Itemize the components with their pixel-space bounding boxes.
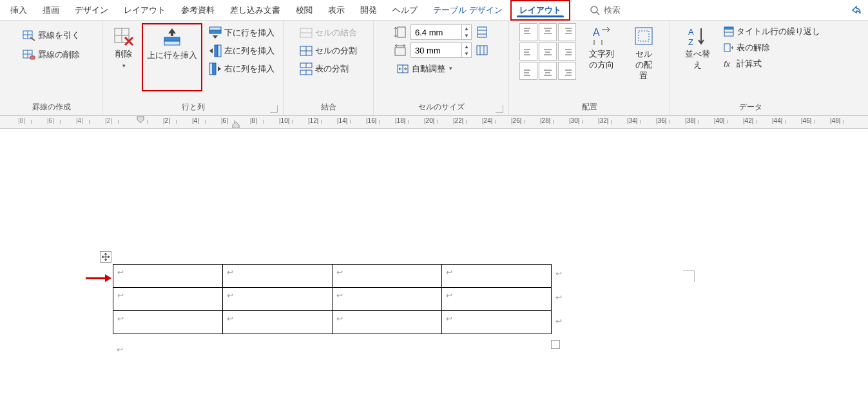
tab-draw[interactable]: 描画 <box>35 0 67 21</box>
cell-margins-label: セルの配置 <box>632 49 656 82</box>
svg-rect-34 <box>477 46 487 55</box>
align-top-right[interactable] <box>558 23 576 41</box>
col-width-spinner[interactable]: ▲▼ <box>410 42 472 58</box>
align-top-center[interactable] <box>539 23 557 41</box>
ruler-tick: |26| <box>511 117 521 124</box>
cell-margins-button[interactable]: セルの配置 <box>628 23 660 91</box>
distribute-cols-icon[interactable] <box>476 44 488 57</box>
document-table[interactable]: ↩↩↩↩ ↩↩↩↩ ↩↩↩↩ <box>113 264 552 334</box>
group-data-label: データ <box>739 102 762 113</box>
svg-text:Z: Z <box>688 37 693 46</box>
split-cells-button[interactable]: セルの分割 <box>297 42 360 59</box>
insert-col-right-button[interactable]: 右に列を挿入 <box>206 61 277 77</box>
svg-text:A: A <box>593 27 600 38</box>
tab-layout[interactable]: レイアウト <box>116 0 173 21</box>
width-up[interactable]: ▲ <box>462 43 471 50</box>
align-mid-left[interactable] <box>519 42 537 61</box>
document-area[interactable]: ↩↩↩↩ ↩↩↩↩ ↩↩↩↩ ↩ ↩ ↩ ↩ <box>0 129 868 414</box>
align-bot-center[interactable] <box>539 62 557 80</box>
align-mid-center[interactable] <box>539 42 557 61</box>
formula-label: 計算式 <box>737 59 762 70</box>
ruler-tick: |28| <box>540 117 550 124</box>
distribute-rows-icon[interactable] <box>476 26 488 39</box>
repeat-header-button[interactable]: タイトル行の繰り返し <box>721 24 823 39</box>
group-alignment: A 文字列の方向 セルの配置 配置 <box>509 21 670 115</box>
tab-developer[interactable]: 開発 <box>352 0 385 21</box>
chevron-down-icon: ▾ <box>122 62 126 70</box>
svg-rect-13 <box>164 41 180 45</box>
convert-to-text-button[interactable]: 表の解除 <box>721 41 823 55</box>
tab-table-layout[interactable]: レイアウト <box>510 0 570 21</box>
search-box[interactable]: 検索 <box>590 5 621 16</box>
insert-row-above-button[interactable]: 上に行を挿入 <box>142 23 202 91</box>
tab-view[interactable]: 表示 <box>320 0 352 21</box>
col-width-input[interactable] <box>411 46 461 55</box>
repeat-header-icon <box>724 26 734 37</box>
svg-rect-15 <box>209 30 221 33</box>
convert-to-text-icon <box>724 42 734 53</box>
delete-label: 削除 <box>115 49 132 60</box>
split-table-label: 表の分割 <box>315 64 349 75</box>
first-line-indent-marker[interactable] <box>137 116 144 129</box>
table-move-handle[interactable] <box>100 251 111 263</box>
tab-references[interactable]: 参考資料 <box>173 0 222 21</box>
insert-row-below-label: 下に行を挿入 <box>224 28 275 39</box>
ruler-tick: |42| <box>743 117 753 124</box>
width-down[interactable]: ▼ <box>462 50 471 57</box>
group-merge: セルの結合 セルの分割 表の分割 結合 <box>284 21 374 115</box>
svg-rect-71 <box>724 27 733 30</box>
insert-col-left-button[interactable]: 左に列を挿入 <box>206 42 277 59</box>
delete-button[interactable]: 削除 ▾ <box>110 23 138 91</box>
ruler-tick: |34| <box>627 117 637 124</box>
align-bot-right[interactable] <box>558 62 576 80</box>
ruler-tick: |4| <box>76 117 83 124</box>
sort-button[interactable]: AZ 並べ替え <box>679 23 716 91</box>
tab-design[interactable]: デザイン <box>67 0 116 21</box>
erase-border-button[interactable]: 罫線の削除 <box>20 46 82 63</box>
height-down[interactable]: ▼ <box>462 32 471 39</box>
ruler-tick: |4| <box>192 117 199 124</box>
text-direction-button[interactable]: A 文字列の方向 <box>583 23 621 91</box>
insert-row-below-icon <box>209 26 222 39</box>
tab-review[interactable]: 校閲 <box>288 0 320 21</box>
group-data: AZ 並べ替え タイトル行の繰り返し 表の解除 fx 計算式 データ <box>670 21 831 115</box>
table-row[interactable]: ↩↩↩↩ <box>113 288 552 311</box>
group-merge-label: 結合 <box>321 102 336 113</box>
horizontal-ruler[interactable]: |8||6||4||2||2||4||6||8||10||12||14||16|… <box>0 116 868 129</box>
insert-row-above-label: 上に行を挿入 <box>147 50 197 61</box>
align-bot-left[interactable] <box>519 62 537 80</box>
annotation-arrow <box>86 274 111 285</box>
autofit-button[interactable]: 自動調整 ▾ <box>394 61 488 77</box>
table-row[interactable]: ↩↩↩↩ <box>113 265 552 288</box>
svg-marker-76 <box>137 117 144 123</box>
draw-border-button[interactable]: 罫線を引く <box>20 27 82 44</box>
tab-mailings[interactable]: 差し込み文書 <box>222 0 288 21</box>
split-table-button[interactable]: 表の分割 <box>297 61 360 77</box>
height-up[interactable]: ▲ <box>462 25 471 32</box>
tab-help[interactable]: ヘルプ <box>385 0 425 21</box>
svg-rect-29 <box>398 27 405 37</box>
table-row[interactable]: ↩↩↩↩ <box>113 311 552 334</box>
group-alignment-label: 配置 <box>582 102 597 113</box>
tab-table-design[interactable]: テーブル デザイン <box>425 0 510 21</box>
merge-cells-label: セルの結合 <box>315 28 357 39</box>
row-height-spinner[interactable]: ▲▼ <box>410 24 472 40</box>
end-of-row-marker: ↩ <box>555 317 562 326</box>
svg-rect-68 <box>639 31 649 41</box>
row-height-input[interactable] <box>411 28 461 37</box>
insert-row-below-button[interactable]: 下に行を挿入 <box>206 24 277 41</box>
svg-rect-16 <box>215 45 218 57</box>
dialog-launcher-rows-cols[interactable] <box>270 105 278 113</box>
table-resize-handle[interactable] <box>551 340 560 349</box>
hanging-indent-marker[interactable] <box>232 121 240 129</box>
dialog-launcher-cell-size[interactable] <box>496 105 503 113</box>
tab-insert[interactable]: 挿入 <box>3 0 35 21</box>
ruler-tick: |36| <box>656 117 666 124</box>
ruler-tick: |12| <box>308 117 318 124</box>
svg-rect-14 <box>209 27 221 30</box>
share-button[interactable] <box>851 5 862 15</box>
formula-button[interactable]: fx 計算式 <box>721 57 823 71</box>
align-mid-right[interactable] <box>558 42 576 61</box>
align-top-left[interactable] <box>519 23 537 41</box>
split-cells-icon <box>300 44 313 57</box>
